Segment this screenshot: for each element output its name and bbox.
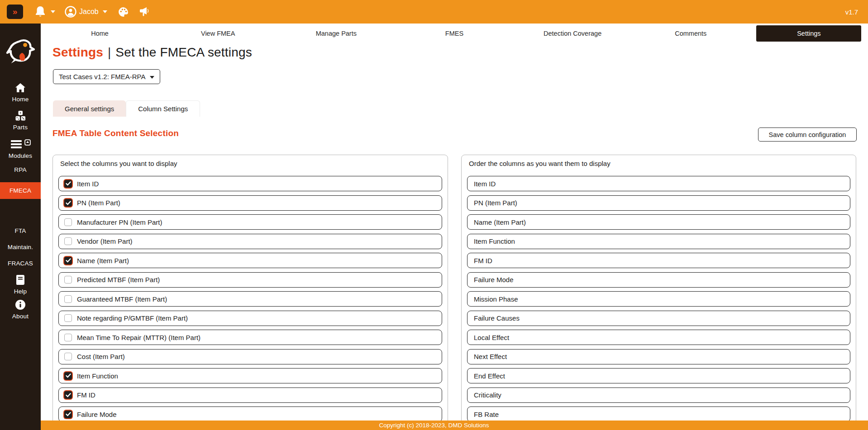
select-column-row-itemid[interactable]: Item ID bbox=[58, 176, 442, 191]
checkbox-unchecked[interactable] bbox=[64, 276, 72, 284]
nav-item-label: Settings bbox=[756, 25, 861, 42]
order-column-row-criticality[interactable]: Criticality bbox=[467, 387, 850, 403]
column-label: Name (Item Part) bbox=[474, 218, 526, 226]
order-column-row-failurecauses[interactable]: Failure Causes bbox=[467, 311, 850, 326]
save-column-configuration-button[interactable]: Save column configuration bbox=[758, 128, 857, 142]
checkbox-checked[interactable] bbox=[64, 199, 72, 207]
sidebar-item-label: FTA bbox=[14, 227, 26, 234]
checkbox-unchecked[interactable] bbox=[64, 353, 72, 360]
help-icon bbox=[15, 274, 25, 287]
select-column-row-noteregardingpgmtbfitempart[interactable]: Note regarding P/GMTBF (Item Part) bbox=[58, 311, 442, 326]
column-label: Next Effect bbox=[474, 353, 507, 360]
checkbox-checked[interactable] bbox=[64, 391, 72, 399]
checkbox-checked[interactable] bbox=[64, 180, 72, 188]
modules-expand-icon[interactable] bbox=[24, 139, 31, 147]
tab-columnsettings[interactable]: Column Settings bbox=[126, 100, 200, 117]
column-label: Item ID bbox=[474, 180, 496, 188]
main-nav: HomeView FMEAManage PartsFMESDetection C… bbox=[41, 24, 868, 43]
sidebar-item-fmeca[interactable]: FMECA bbox=[0, 182, 41, 199]
select-column-row-predictedmtbfitempart[interactable]: Predicted MTBF (Item Part) bbox=[58, 272, 442, 288]
column-label: PN (Item Part) bbox=[77, 199, 120, 207]
select-column-row-meantimetorepairmttritempart[interactable]: Mean Time To Repair (MTTR) (Item Part) bbox=[58, 330, 442, 345]
column-label: Mission Phase bbox=[474, 295, 518, 303]
user-circle-icon[interactable] bbox=[65, 6, 76, 18]
sidebar-item-label: Parts bbox=[13, 124, 28, 131]
select-column-row-costitempart[interactable]: Cost (Item Part) bbox=[58, 349, 442, 364]
select-column-row-itemfunction[interactable]: Item Function bbox=[58, 368, 442, 383]
order-column-row-nameitempart[interactable]: Name (Item Part) bbox=[467, 214, 850, 230]
select-column-row-manufacturerpnitempart[interactable]: Manufacturer PN (Item Part) bbox=[58, 214, 442, 230]
order-columns-panel-header: Order the columns as you want them to di… bbox=[462, 155, 856, 167]
sidebar-collapse-button[interactable]: » bbox=[7, 5, 23, 19]
sidebar-item-label: Maintain. bbox=[8, 244, 33, 250]
sidebar-item-parts[interactable]: Parts bbox=[0, 111, 41, 131]
tab-generalsettings[interactable]: General settings bbox=[53, 100, 126, 117]
notifications-caret-icon[interactable] bbox=[50, 10, 56, 14]
select-column-row-guaranteedmtbfitempart[interactable]: Guaranteed MTBF (Item Part) bbox=[58, 291, 442, 307]
megaphone-icon[interactable] bbox=[139, 6, 151, 17]
palette-icon[interactable] bbox=[118, 6, 129, 18]
sidebar-item-about[interactable]: About bbox=[0, 300, 41, 320]
select-column-row-pnitempart[interactable]: PN (Item Part) bbox=[58, 195, 442, 211]
parts-icon bbox=[14, 110, 26, 123]
page-title-main: Settings bbox=[52, 45, 103, 60]
order-column-row-itemfunction[interactable]: Item Function bbox=[467, 234, 850, 249]
column-label: Vendor (Item Part) bbox=[77, 237, 133, 245]
sidebar-item-fta[interactable]: FTA bbox=[0, 227, 41, 234]
checkbox-unchecked[interactable] bbox=[64, 295, 72, 303]
project-selector-dropdown[interactable]: Test Cases v1.2: FMEA-RPA bbox=[53, 69, 160, 84]
nav-item-settings[interactable]: Settings bbox=[750, 24, 868, 43]
top-bar: » Jacob v1.7 bbox=[0, 0, 868, 24]
order-column-row-nexteffect[interactable]: Next Effect bbox=[467, 349, 850, 364]
checkbox-checked[interactable] bbox=[64, 411, 72, 418]
order-column-row-fmid[interactable]: FM ID bbox=[467, 253, 850, 268]
nav-item-label: View FMEA bbox=[201, 30, 235, 37]
sidebar-item-modules[interactable]: Modules bbox=[0, 139, 41, 159]
checkbox-unchecked[interactable] bbox=[64, 218, 72, 226]
select-column-row-nameitempart[interactable]: Name (Item Part) bbox=[58, 253, 442, 268]
robin-logo[interactable] bbox=[6, 38, 35, 64]
version-label: v1.7 bbox=[845, 0, 858, 24]
nav-item-manageparts[interactable]: Manage Parts bbox=[277, 24, 395, 43]
nav-item-viewfmea[interactable]: View FMEA bbox=[159, 24, 277, 43]
select-column-row-failuremode[interactable]: Failure Mode bbox=[58, 406, 442, 422]
checkbox-unchecked[interactable] bbox=[64, 237, 72, 245]
checkbox-checked[interactable] bbox=[64, 257, 72, 265]
order-column-row-localeffect[interactable]: Local Effect bbox=[467, 330, 850, 345]
sidebar: HomePartsModulesRPAFMECAFTAMaintain.FRAC… bbox=[0, 24, 41, 430]
nav-item-detectioncoverage[interactable]: Detection Coverage bbox=[514, 24, 632, 43]
about-icon bbox=[15, 299, 26, 312]
user-name-label[interactable]: Jacob bbox=[79, 8, 99, 16]
sidebar-item-help[interactable]: Help bbox=[0, 275, 41, 295]
sidebar-item-label: FMECA bbox=[10, 187, 31, 194]
nav-item-fmes[interactable]: FMES bbox=[395, 24, 513, 43]
checkbox-checked[interactable] bbox=[64, 372, 72, 380]
order-column-row-itemid[interactable]: Item ID bbox=[467, 176, 850, 191]
select-column-row-vendoritempart[interactable]: Vendor (Item Part) bbox=[58, 234, 442, 249]
bell-icon[interactable] bbox=[35, 6, 46, 18]
sidebar-item-fracas[interactable]: FRACAS bbox=[0, 260, 41, 267]
order-column-row-pnitempart[interactable]: PN (Item Part) bbox=[467, 195, 850, 211]
select-column-row-fmid[interactable]: FM ID bbox=[58, 387, 442, 403]
user-menu-caret-icon[interactable] bbox=[102, 10, 108, 14]
checkbox-unchecked[interactable] bbox=[64, 314, 72, 322]
nav-item-home[interactable]: Home bbox=[41, 24, 159, 43]
checkbox-unchecked[interactable] bbox=[64, 334, 72, 341]
column-label: Note regarding P/GMTBF (Item Part) bbox=[77, 314, 188, 322]
select-columns-panel: Select the columns you want to display I… bbox=[52, 155, 448, 430]
column-label: FB Rate bbox=[474, 411, 499, 418]
order-column-row-fbrate[interactable]: FB Rate bbox=[467, 406, 850, 422]
sidebar-item-maintain[interactable]: Maintain. bbox=[0, 244, 41, 250]
order-column-row-failuremode[interactable]: Failure Mode bbox=[467, 272, 850, 288]
order-column-row-endeffect[interactable]: End Effect bbox=[467, 368, 850, 383]
home-icon bbox=[14, 82, 26, 95]
sidebar-item-home[interactable]: Home bbox=[0, 83, 41, 103]
sidebar-item-rpa[interactable]: RPA bbox=[0, 166, 41, 173]
order-columns-panel: Order the columns as you want them to di… bbox=[461, 155, 856, 430]
order-column-row-missionphase[interactable]: Mission Phase bbox=[467, 291, 850, 307]
select-columns-list: Item IDPN (Item Part)Manufacturer PN (It… bbox=[58, 176, 442, 422]
nav-item-comments[interactable]: Comments bbox=[632, 24, 750, 43]
column-label: Failure Mode bbox=[474, 276, 514, 284]
column-label: Name (Item Part) bbox=[77, 257, 129, 265]
column-label: Failure Mode bbox=[77, 411, 117, 418]
